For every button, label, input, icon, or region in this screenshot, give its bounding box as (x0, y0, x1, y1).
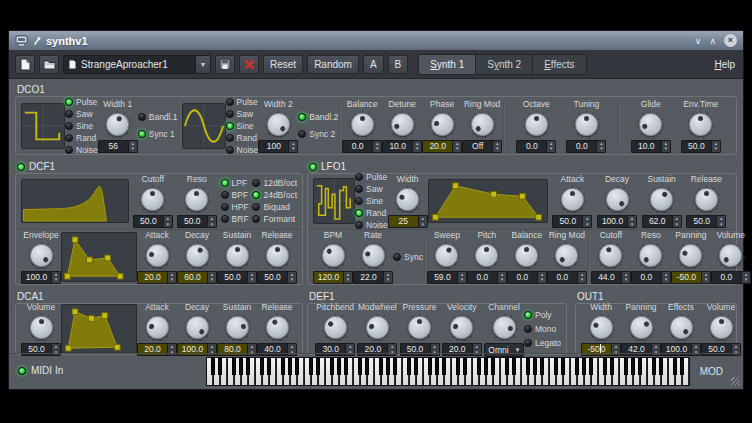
spin-down-button[interactable]: ▾ (742, 277, 750, 283)
piano-key-black[interactable] (316, 358, 320, 375)
spin-down-button[interactable]: ▾ (164, 222, 172, 228)
spinbox-value[interactable]: 44.0 (592, 272, 621, 283)
knob-env-time[interactable] (686, 110, 715, 139)
knob-envelope[interactable] (27, 241, 56, 270)
spinbox-value[interactable]: 50.0 (258, 272, 287, 283)
spinbox-value[interactable]: 0.0 (508, 272, 537, 283)
knob-decay[interactable] (603, 185, 632, 214)
preset-combobox[interactable]: StrangeAproacher1 ▼ (63, 55, 211, 74)
spinbox-width-2[interactable]: 100▴▾ (258, 140, 298, 153)
spin-down-button[interactable]: ▾ (413, 146, 421, 152)
piano-key-black[interactable] (477, 358, 481, 375)
piano-key-black[interactable] (211, 358, 215, 375)
toggle-sync-2[interactable]: Sync 2 (298, 129, 338, 139)
spinbox-balance[interactable]: 0.0▴▾ (507, 271, 547, 284)
spin-down-button[interactable]: ▾ (208, 222, 216, 228)
toggle-bandl-2[interactable]: Bandl.2 (298, 112, 338, 122)
knob-pitch[interactable] (472, 241, 501, 270)
spinbox-volume[interactable]: 0.0▴▾ (711, 271, 751, 284)
spinbox-value[interactable]: 0.0 (468, 272, 497, 283)
knob-width-1[interactable] (103, 110, 132, 139)
knob-balance[interactable] (512, 241, 541, 270)
knob-volume[interactable] (27, 313, 56, 342)
spinbox-sustain[interactable]: 50.0▴▾ (217, 271, 257, 284)
toggle-bandl-1[interactable]: Bandl.1 (138, 112, 178, 122)
knob-volume[interactable] (707, 313, 736, 342)
piano-key-black[interactable] (603, 358, 607, 375)
spinbox-value[interactable]: 20.0 (138, 272, 167, 283)
piano-key-black[interactable] (288, 358, 292, 375)
piano-key-black[interactable] (652, 358, 656, 375)
knob-octave[interactable] (522, 110, 551, 139)
spin-down-button[interactable]: ▾ (453, 146, 461, 152)
mod-label[interactable]: MOD (700, 366, 723, 377)
resize-grip[interactable] (731, 377, 740, 386)
piano-key-black[interactable] (330, 358, 334, 375)
piano-key-black[interactable] (407, 358, 411, 375)
open-preset-button[interactable] (39, 55, 59, 74)
spinbox-value[interactable]: 59.0 (428, 272, 457, 283)
knob-sustain[interactable] (647, 185, 676, 214)
knob-panning[interactable] (676, 241, 705, 270)
piano-key-black[interactable] (295, 358, 299, 375)
spinbox-value[interactable]: 50.0 (178, 216, 207, 227)
spinbox-value[interactable]: 22.0 (354, 272, 383, 283)
spinbox-value[interactable]: 25 (389, 216, 418, 227)
radio-lpf[interactable]: LPF (221, 178, 249, 188)
knob-cutoff[interactable] (596, 241, 625, 270)
spinbox-value[interactable]: 100 (259, 141, 288, 152)
spinbox-pitch[interactable]: 0.0▴▾ (467, 271, 507, 284)
radio-saw[interactable]: Saw (226, 109, 259, 119)
knob-sustain[interactable] (223, 313, 252, 342)
knob-phase[interactable] (428, 110, 457, 139)
spinbox-cutoff[interactable]: 44.0▴▾ (591, 271, 631, 284)
spinbox-value[interactable]: 100.0 (22, 272, 51, 283)
reset-button[interactable]: Reset (263, 55, 303, 74)
knob-release[interactable] (263, 313, 292, 342)
radio-rand[interactable]: Rand (355, 208, 388, 218)
spinbox-value[interactable]: 50.0 (218, 272, 247, 283)
spin-down-button[interactable]: ▾ (289, 146, 297, 152)
toggle-sync-1[interactable]: Sync 1 (138, 129, 178, 139)
knob-width[interactable] (587, 313, 616, 342)
spinbox-value[interactable]: 10.0 (383, 141, 412, 152)
toggle-sync[interactable]: Sync (393, 252, 423, 262)
spinbox-value[interactable]: 62.0 (643, 216, 672, 227)
radio-saw[interactable]: Saw (65, 109, 98, 119)
piano-keyboard[interactable] (206, 357, 690, 386)
radio-bpf[interactable]: BPF (221, 190, 249, 200)
radio-pulse[interactable]: Pulse (226, 97, 259, 107)
knob-glide[interactable] (636, 110, 665, 139)
spinbox-value[interactable]: 0.0 (567, 141, 596, 152)
dcf1-led[interactable] (17, 163, 25, 171)
spinbox-width[interactable]: 25▴▾ (388, 215, 428, 228)
radio-brf[interactable]: BRF (221, 214, 249, 224)
knob-reso[interactable] (636, 241, 665, 270)
save-preset-button[interactable] (215, 55, 235, 74)
spinbox-bpm[interactable]: 120.0▴▾ (313, 271, 353, 284)
knob-modwheel[interactable] (363, 313, 392, 342)
spinbox-value[interactable]: 10.0 (632, 141, 661, 152)
piano-key-black[interactable] (533, 358, 537, 375)
lfo1-led[interactable] (309, 163, 317, 171)
spinbox-value[interactable]: 100.0 (598, 216, 627, 227)
spinbox-cutoff[interactable]: 50.0▴▾ (133, 215, 173, 228)
radio-rand[interactable]: Rand (226, 133, 259, 143)
knob-ring-mod[interactable] (552, 241, 581, 270)
spin-down-button[interactable]: ▾ (712, 146, 720, 152)
knob-release[interactable] (263, 241, 292, 270)
piano-key-black[interactable] (505, 358, 509, 375)
piano-key-black[interactable] (589, 358, 593, 375)
piano-key-black[interactable] (309, 358, 313, 375)
spin-down-button[interactable]: ▾ (384, 277, 392, 283)
knob-detune[interactable] (388, 110, 417, 139)
spin-down-button[interactable]: ▾ (547, 146, 555, 152)
knob-velocity[interactable] (447, 313, 476, 342)
spinbox-value[interactable]: Off (463, 141, 492, 152)
spin-down-button[interactable]: ▾ (662, 277, 670, 283)
knob-attack[interactable] (143, 241, 172, 270)
spin-down-button[interactable]: ▾ (673, 222, 681, 228)
piano-key-black[interactable] (260, 358, 264, 375)
knob-effects[interactable] (667, 313, 696, 342)
spinbox-phase[interactable]: 20.0▴▾ (422, 140, 462, 153)
